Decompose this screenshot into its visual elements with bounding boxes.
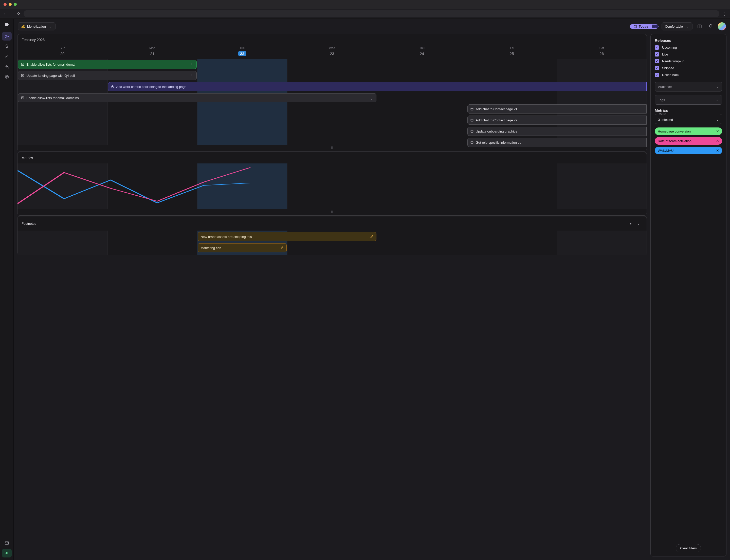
calendar-icon xyxy=(470,118,474,122)
today-button[interactable]: Today xyxy=(630,25,652,28)
nav-ideas[interactable] xyxy=(2,42,12,51)
notifications-button[interactable] xyxy=(707,22,715,30)
event-label: Enable allow-lists for email domains xyxy=(26,96,79,100)
workspace-selector[interactable]: 💰 Monetization ⌄ xyxy=(18,22,55,30)
calendar-body[interactable]: Enable allow-lists for email domai ⋮ Upd… xyxy=(17,59,647,145)
close-icon[interactable] xyxy=(4,3,7,6)
footnotes-body[interactable]: New brand assets are shipping this Marke… xyxy=(17,231,647,255)
metric-chip[interactable]: WAU/MAU✕ xyxy=(655,147,722,154)
calendar-icon xyxy=(470,141,474,144)
more-icon[interactable]: ⋮ xyxy=(190,63,194,66)
event-label: Update landing page with Q4 self xyxy=(26,74,75,78)
metrics-chart[interactable] xyxy=(17,163,647,209)
release-event[interactable]: Update onboarding graphics xyxy=(468,127,647,136)
app-topbar: 💰 Monetization ⌄ Today ⌄ Comfortable ⌄ xyxy=(14,19,730,34)
density-label: Comfortable xyxy=(665,25,683,28)
svg-rect-2 xyxy=(5,38,6,38)
browser-titlebar xyxy=(0,0,730,9)
release-event[interactable]: Add work-centric positioning to the land… xyxy=(108,82,647,91)
footnotes-panel: Footnotes ＋ ⌄ xyxy=(17,216,647,255)
workspace-label: Monetization xyxy=(27,25,46,28)
add-note-button[interactable]: ＋ xyxy=(626,219,634,228)
nav-settings[interactable] xyxy=(2,72,12,81)
nav-timeline[interactable] xyxy=(2,32,12,41)
release-event[interactable]: Enable allow-lists for email domains ⋮ xyxy=(18,93,377,102)
audience-dropdown[interactable]: Audience ⌄ xyxy=(655,82,722,91)
remove-icon[interactable]: ✕ xyxy=(716,148,719,153)
day-header-today: Tue22 xyxy=(197,45,287,59)
filter-rolled[interactable]: ✓Rolled back xyxy=(655,71,722,78)
note-label: New brand assets are shipping this xyxy=(200,235,252,239)
metric-chip[interactable]: Homepage conversion✕ xyxy=(655,127,722,135)
chevron-down-icon: ⌄ xyxy=(686,25,689,28)
today-button-group: Today ⌄ xyxy=(630,24,659,29)
more-icon[interactable]: ⋮ xyxy=(190,74,194,78)
nav-inbox[interactable] xyxy=(2,539,12,547)
metric-chip[interactable]: Rate of team activation✕ xyxy=(655,137,722,145)
maximize-icon[interactable] xyxy=(14,3,17,6)
day-header: Sun20 xyxy=(17,45,107,59)
checkbox-checked-icon: ✓ xyxy=(655,52,659,57)
app-logo xyxy=(4,22,10,28)
cancel-square-icon xyxy=(21,96,24,100)
svg-rect-6 xyxy=(698,25,701,28)
filter-upcoming[interactable]: ✓Upcoming xyxy=(655,44,722,51)
release-event[interactable]: Get role-specific information du xyxy=(468,138,647,147)
event-label: Get role-specific information du xyxy=(476,141,521,144)
checkbox-checked-icon: ✓ xyxy=(655,45,659,50)
metric-field-label: Metric xyxy=(658,113,668,116)
today-dropdown[interactable]: ⌄ xyxy=(652,25,658,28)
svg-rect-12 xyxy=(471,108,473,110)
check-square-icon xyxy=(21,63,24,66)
edit-icon[interactable] xyxy=(280,246,284,250)
clear-filters-button[interactable]: Clear filters xyxy=(676,544,701,552)
cancel-square-icon xyxy=(21,74,24,77)
release-event[interactable]: Add chat to Contact page v2 xyxy=(468,116,647,125)
footnote-item[interactable]: New brand assets are shipping this xyxy=(198,232,377,241)
metrics-panel: Metrics xyxy=(17,152,647,216)
filter-shipped[interactable]: ✓Shipped xyxy=(655,65,722,71)
avatar[interactable] xyxy=(718,22,726,30)
nav-rail: AI xyxy=(0,19,14,560)
forward-icon[interactable]: → xyxy=(10,11,14,16)
back-icon[interactable]: ← xyxy=(3,11,7,16)
reload-icon[interactable]: ⟳ xyxy=(17,11,21,16)
svg-rect-0 xyxy=(5,35,7,36)
remove-icon[interactable]: ✕ xyxy=(716,129,719,133)
note-label: Marketing con xyxy=(200,246,221,250)
edit-icon[interactable] xyxy=(370,235,374,239)
calendar-icon xyxy=(470,129,474,133)
svg-rect-7 xyxy=(21,63,24,65)
url-bar[interactable] xyxy=(24,10,719,17)
nav-ai[interactable]: AI xyxy=(2,549,12,557)
filter-live[interactable]: ✓Live xyxy=(655,51,722,58)
nav-analytics[interactable] xyxy=(2,52,12,61)
release-event[interactable]: Add chat to Contact page v1 xyxy=(468,104,647,114)
more-icon[interactable]: ⋮ xyxy=(369,96,374,100)
svg-rect-15 xyxy=(471,141,473,144)
today-label: Today xyxy=(639,25,648,28)
record-icon xyxy=(111,85,114,88)
filters-sidebar: Releases ✓Upcoming ✓Live ✓Needs wrap-up … xyxy=(650,34,726,556)
remove-icon[interactable]: ✕ xyxy=(716,139,719,143)
tags-dropdown[interactable]: Tags ⌄ xyxy=(655,95,722,105)
day-header: Thu24 xyxy=(377,45,467,59)
chevron-down-icon: ⌄ xyxy=(49,25,52,28)
resize-handle[interactable]: ⠿ xyxy=(17,209,647,215)
release-event[interactable]: Enable allow-lists for email domai ⋮ xyxy=(18,60,197,69)
svg-rect-13 xyxy=(471,119,473,121)
checkbox-checked-icon: ✓ xyxy=(655,66,659,70)
svg-point-3 xyxy=(6,76,7,78)
calendar-header-row: Sun20 Mon21 Tue22 Wed23 Thu24 Fri25 Sat2… xyxy=(17,45,647,59)
minimize-icon[interactable] xyxy=(9,3,12,6)
panel-toggle-button[interactable] xyxy=(696,22,704,30)
collapse-button[interactable]: ⌄ xyxy=(634,219,643,228)
nav-sparkle[interactable] xyxy=(2,62,12,71)
filter-wrap[interactable]: ✓Needs wrap-up xyxy=(655,58,722,65)
release-event[interactable]: Update landing page with Q4 self ⋮ xyxy=(18,71,197,80)
metric-selector[interactable]: Metric 3 selected ⌄ xyxy=(655,114,722,124)
footnote-item[interactable]: Marketing con xyxy=(198,243,287,252)
event-label: Add work-centric positioning to the land… xyxy=(116,85,186,89)
day-header: Mon21 xyxy=(107,45,197,59)
density-selector[interactable]: Comfortable ⌄ xyxy=(662,22,693,30)
